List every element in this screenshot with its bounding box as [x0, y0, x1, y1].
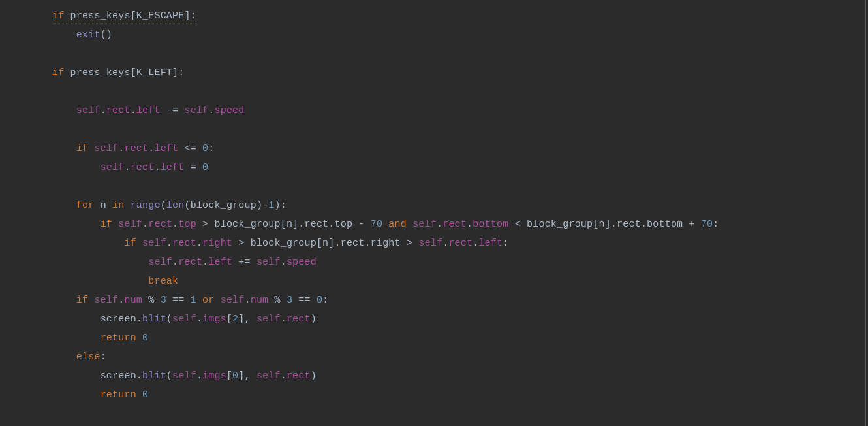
function-call: range: [131, 200, 161, 211]
identifier: screen: [101, 370, 136, 382]
identifier: block_group: [527, 219, 593, 230]
attr: rect: [106, 105, 131, 116]
attr: left: [136, 105, 161, 116]
code-block[interactable]: if press_keys[K_ESCAPE]: exit() if press…: [0, 0, 865, 404]
keyword-or: or: [202, 295, 214, 306]
dot: .: [437, 219, 442, 230]
comma: ,: [245, 370, 251, 382]
attr: rect: [124, 143, 148, 154]
identifier: K_LEFT: [136, 67, 172, 78]
dot: .: [196, 238, 202, 249]
paren: ): [311, 314, 317, 325]
colon: :: [208, 143, 214, 154]
function-call: blit: [142, 370, 166, 382]
bracket: [: [281, 219, 287, 230]
keyword-return: return: [101, 389, 136, 401]
identifier: block_group: [191, 200, 256, 211]
dot: .: [101, 105, 106, 116]
bracket: [: [317, 238, 322, 249]
identifier: block_group: [251, 238, 317, 249]
attr: bottom: [647, 219, 683, 230]
self: self: [118, 219, 142, 230]
dot: .: [142, 219, 148, 230]
bracket: ]: [172, 67, 178, 78]
attr: bottom: [473, 219, 508, 230]
keyword-if: if: [76, 143, 88, 154]
bracket: ]: [238, 370, 244, 382]
identifier: press_keys: [70, 67, 131, 78]
keyword-in: in: [112, 200, 124, 211]
attr: num: [251, 295, 269, 306]
dot: .: [196, 314, 202, 325]
self: self: [142, 238, 166, 249]
keyword-if: if: [124, 238, 136, 249]
bracket: [: [131, 67, 136, 78]
attr: rect: [287, 314, 311, 325]
colon: :: [191, 10, 196, 22]
dot: .: [298, 219, 304, 230]
colon: :: [503, 238, 508, 249]
bracket: ]: [605, 219, 611, 230]
op: +: [689, 219, 695, 230]
bracket: [: [131, 10, 136, 22]
op: >: [202, 219, 208, 230]
attr: rect: [448, 238, 473, 249]
dot: .: [442, 238, 448, 249]
attr: rect: [287, 370, 311, 382]
dot: .: [124, 162, 130, 173]
dot: .: [136, 314, 142, 325]
op: -: [262, 200, 268, 211]
keyword-if: if: [52, 10, 64, 22]
dot: .: [281, 370, 287, 382]
function-call: blit: [142, 314, 166, 325]
comma: ,: [245, 314, 251, 325]
self: self: [148, 257, 172, 268]
colon: :: [322, 295, 328, 306]
paren: (: [166, 314, 172, 325]
keyword-return: return: [101, 333, 136, 344]
code-editor[interactable]: if press_keys[K_ESCAPE]: exit() if press…: [0, 0, 866, 426]
attr: left: [208, 257, 232, 268]
dot: .: [196, 370, 202, 382]
colon: :: [101, 352, 106, 363]
attr: num: [124, 295, 142, 306]
dot: .: [641, 219, 647, 230]
number: 3: [287, 295, 292, 306]
op: ==: [298, 295, 310, 306]
self: self: [94, 295, 118, 306]
number: 70: [371, 219, 382, 230]
op: =: [191, 162, 196, 173]
number: 0: [317, 295, 322, 306]
dot: .: [154, 162, 160, 173]
dot: .: [335, 238, 341, 249]
attr: left: [161, 162, 185, 173]
paren: (: [161, 200, 166, 211]
self: self: [172, 370, 196, 382]
number: 70: [701, 219, 713, 230]
identifier: n: [322, 238, 328, 249]
attr: left: [478, 238, 503, 249]
dot: .: [136, 370, 142, 382]
paren: ): [256, 200, 262, 211]
self: self: [412, 219, 437, 230]
dot: .: [328, 219, 334, 230]
op: +=: [238, 257, 250, 268]
attr: speed: [214, 105, 244, 116]
attr: rect: [178, 257, 202, 268]
bracket: ]: [292, 219, 298, 230]
bracket: [: [226, 314, 232, 325]
identifier: screen: [101, 314, 136, 325]
number: 0: [202, 162, 208, 173]
function-call: len: [166, 200, 185, 211]
paren: ): [275, 200, 281, 211]
colon: :: [178, 67, 184, 78]
attr: top: [335, 219, 353, 230]
number: 0: [142, 389, 148, 401]
dot: .: [281, 257, 287, 268]
op: -: [358, 219, 364, 230]
number: 0: [142, 333, 148, 344]
identifier: n: [598, 219, 604, 230]
identifier: block_group: [214, 219, 280, 230]
attr: rect: [148, 219, 172, 230]
attr: rect: [172, 238, 196, 249]
